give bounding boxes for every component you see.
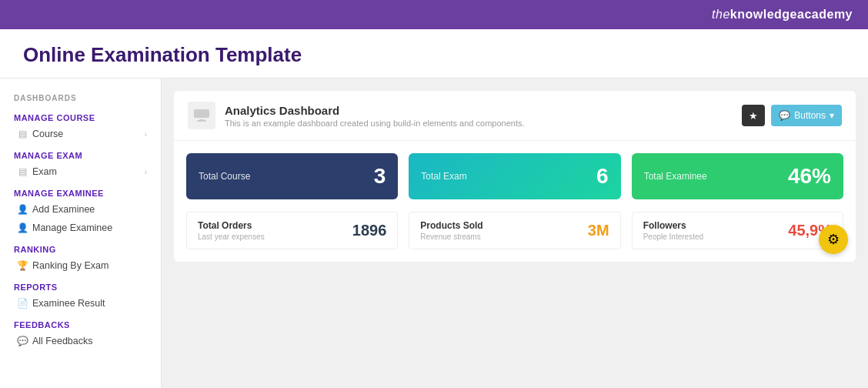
buttons-dropdown[interactable]: 💬 Buttons ▾ — [771, 105, 842, 126]
sidebar-group-reports: REPORTS — [0, 275, 161, 294]
star-button[interactable]: ★ — [742, 105, 765, 126]
sidebar-item-label-exam: Exam — [32, 166, 57, 177]
sidebar-group-feedbacks: FEEDBACKS — [0, 313, 161, 332]
sidebar-item-label-ranking: Ranking By Exam — [32, 260, 108, 271]
report-icon: 📄 — [17, 298, 28, 309]
sidebar-item-ranking-by-exam[interactable]: 🏆 Ranking By Exam — [0, 256, 161, 275]
secondary-title-orders: Total Orders — [198, 220, 265, 231]
stat-card-total-exam: Total Exam 6 — [409, 153, 620, 199]
secondary-value-orders: 1896 — [352, 222, 387, 239]
dashboard-title: Analytics Dashboard — [225, 104, 525, 117]
svg-rect-2 — [197, 120, 206, 122]
secondary-value-products: 3M — [588, 222, 609, 239]
sidebar-item-course[interactable]: ▤ Course › — [0, 125, 161, 143]
top-bar: theknowledgeacademy — [0, 0, 868, 29]
dashboard-subtitle: This is an example dashboard created usi… — [225, 119, 525, 128]
sidebar-item-examinee-result[interactable]: 📄 Examinee Result — [0, 294, 161, 313]
dashboard-actions: ★ 💬 Buttons ▾ — [742, 105, 842, 126]
stats-grid: Total Course 3 Total Exam 6 Total Examin… — [174, 141, 856, 212]
sidebar-item-label-add-examinee: Add Examinee — [32, 204, 95, 215]
secondary-sub-followers: People Interested — [643, 232, 703, 241]
sidebar-item-manage-examinee[interactable]: 👤 Manage Examinee — [0, 219, 161, 237]
dashboard-icon — [188, 102, 215, 129]
logo: theknowledgeacademy — [712, 8, 853, 22]
dashboard-title-group: Analytics Dashboard This is an example d… — [225, 104, 525, 128]
stat-label-course: Total Course — [199, 171, 250, 182]
sidebar-group-ranking: RANKING — [0, 237, 161, 256]
sidebar-item-exam[interactable]: ▤ Exam › — [0, 162, 161, 181]
sidebar-item-label-feedbacks: All Feedbacks — [32, 336, 93, 346]
buttons-label: Buttons — [794, 110, 826, 121]
sidebar-group-manage-examinee: MANAGE EXAMINEE — [0, 181, 161, 200]
stat-value-examinee: 46% — [788, 164, 831, 189]
chevron-down-icon-exam: › — [145, 168, 147, 176]
fab-settings[interactable]: ⚙ — [819, 225, 848, 254]
chevron-down-icon: › — [145, 130, 147, 139]
stat-card-total-course: Total Course 3 — [186, 153, 398, 199]
sidebar: DASHBOARDS MANAGE COURSE ▤ Course › MANA… — [0, 79, 162, 388]
sidebar-item-all-feedbacks[interactable]: 💬 All Feedbacks — [0, 332, 161, 350]
secondary-stat-orders: Total Orders Last year expenses 1896 — [186, 212, 398, 249]
secondary-title-followers: Followers — [643, 220, 703, 231]
logo-bold: knowledgeacademy — [730, 8, 853, 21]
secondary-stat-followers: Followers People Interested 45,9% — [632, 212, 843, 249]
secondary-stats: Total Orders Last year expenses 1896 Pro… — [174, 212, 856, 262]
dropdown-arrow-icon: ▾ — [830, 110, 834, 121]
feedback-icon: 💬 — [17, 336, 28, 346]
add-examinee-icon: 👤 — [17, 204, 28, 215]
stat-label-exam: Total Exam — [421, 171, 466, 182]
stat-value-exam: 6 — [596, 164, 609, 189]
sidebar-item-label-course: Course — [32, 129, 63, 139]
course-icon: ▤ — [17, 129, 28, 139]
main-layout: DASHBOARDS MANAGE COURSE ▤ Course › MANA… — [0, 79, 868, 388]
stat-label-examinee: Total Examinee — [644, 171, 707, 182]
sidebar-section-dashboards: DASHBOARDS — [0, 86, 161, 105]
sidebar-group-manage-exam: MANAGE EXAM — [0, 143, 161, 162]
gear-icon: ⚙ — [827, 231, 840, 248]
content-area: Analytics Dashboard This is an example d… — [162, 79, 868, 388]
secondary-title-products: Products Sold — [420, 220, 482, 231]
dashboard-header-left: Analytics Dashboard This is an example d… — [188, 102, 525, 129]
stat-value-course: 3 — [374, 164, 386, 189]
svg-rect-0 — [194, 109, 209, 118]
sidebar-item-add-examinee[interactable]: 👤 Add Examinee — [0, 200, 161, 219]
sidebar-item-label-manage-examinee: Manage Examinee — [32, 222, 112, 233]
secondary-sub-products: Revenue streams — [420, 232, 482, 241]
content-wrapper: Analytics Dashboard This is an example d… — [174, 91, 856, 262]
sidebar-group-manage-course: MANAGE COURSE — [0, 105, 161, 125]
stat-card-total-examinee: Total Examinee 46% — [632, 153, 843, 199]
logo-thin: the — [712, 8, 730, 21]
exam-icon: ▤ — [17, 166, 28, 177]
page-title-area: Online Examination Template — [0, 29, 868, 79]
sidebar-item-label-result: Examinee Result — [32, 298, 105, 309]
page-title: Online Examination Template — [23, 43, 845, 67]
dashboard-card: Analytics Dashboard This is an example d… — [174, 91, 856, 262]
secondary-stat-products: Products Sold Revenue streams 3M — [409, 212, 620, 249]
manage-examinee-icon: 👤 — [17, 222, 28, 233]
chat-icon: 💬 — [779, 110, 790, 121]
dashboard-header: Analytics Dashboard This is an example d… — [174, 91, 856, 141]
ranking-icon: 🏆 — [17, 260, 28, 271]
secondary-sub-orders: Last year expenses — [198, 232, 265, 241]
